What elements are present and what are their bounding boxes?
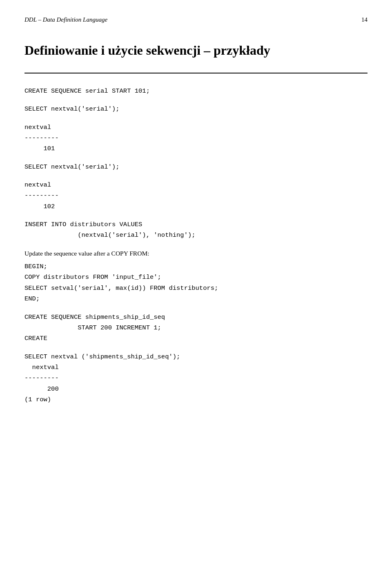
code-block-3: nextval --------- 101 [24, 122, 368, 154]
header-title: DDL – Data Definition Language [24, 16, 107, 23]
code-block-8: CREATE SEQUENCE shipments_ship_id_seq ST… [24, 312, 368, 344]
code-block-2: SELECT nextval('serial'); [24, 104, 368, 114]
code-block-9: SELECT nextval ('shipments_ship_id_seq')… [24, 351, 368, 405]
code-block-7: BEGIN; COPY distributors FROM 'input_fil… [24, 261, 368, 304]
section-heading: Definiowanie i użycie sekwencji – przykł… [24, 43, 368, 58]
header-page-number: 14 [361, 16, 368, 23]
code-block-4: SELECT nextval('serial'); [24, 162, 368, 172]
code-block-1: CREATE SEQUENCE serial START 101; [24, 86, 368, 96]
section-divider [24, 73, 368, 73]
code-block-6: INSERT INTO distributors VALUES (nextval… [24, 219, 368, 241]
page-header: DDL – Data Definition Language 14 [24, 16, 368, 27]
code-block-5: nextval --------- 102 [24, 180, 368, 212]
comment-text: Update the sequence value after a COPY F… [24, 248, 368, 259]
